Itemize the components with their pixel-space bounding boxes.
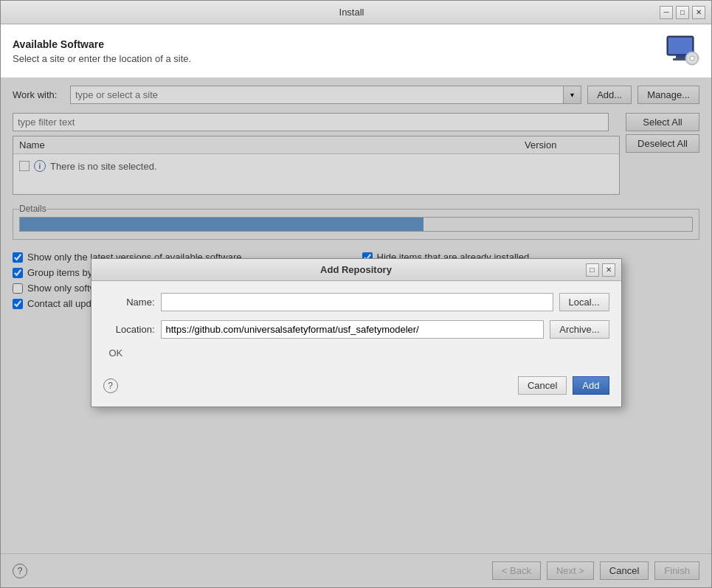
header-subtitle: Select a site or enter the location of a… xyxy=(13,53,191,64)
svg-point-5 xyxy=(690,56,694,60)
dialog-maximize-button[interactable]: □ xyxy=(586,263,599,277)
dialog-body: Name: Local... Location: Archive... OK xyxy=(91,281,621,370)
header-text: Available Software Select a site or ente… xyxy=(13,38,191,64)
dialog-cancel-button[interactable]: Cancel xyxy=(518,376,567,395)
local-button[interactable]: Local... xyxy=(559,293,609,311)
dialog-title: Add Repository xyxy=(127,264,586,275)
archive-button[interactable]: Archive... xyxy=(550,320,609,339)
window-body: Work with: ▾ Add... Manage... Name xyxy=(1,78,711,587)
dialog-action-buttons: Cancel Add xyxy=(518,376,609,395)
name-label: Name: xyxy=(103,297,155,308)
maximize-button[interactable]: □ xyxy=(676,6,689,19)
svg-rect-1 xyxy=(668,38,692,54)
title-controls: ─ □ ✕ xyxy=(660,6,705,19)
dialog-add-button[interactable]: Add xyxy=(573,376,609,395)
close-button[interactable]: ✕ xyxy=(692,6,705,19)
window-title: Install xyxy=(44,7,660,18)
header-section: Available Software Select a site or ente… xyxy=(1,24,711,78)
location-label: Location: xyxy=(103,324,155,335)
add-repo-dialog: Add Repository □ ✕ Name: Local... xyxy=(91,258,622,407)
install-window: Install ─ □ ✕ Available Software Select … xyxy=(0,0,712,588)
modal-overlay: Add Repository □ ✕ Name: Local... xyxy=(1,78,711,587)
title-bar: Install ─ □ ✕ xyxy=(1,1,711,24)
dialog-help-icon[interactable]: ? xyxy=(103,378,118,393)
header-icon xyxy=(664,33,699,69)
header-title: Available Software xyxy=(13,38,191,50)
dialog-name-row: Name: Local... xyxy=(103,293,609,311)
minimize-button[interactable]: ─ xyxy=(660,6,673,19)
ok-text-row: OK xyxy=(103,347,609,359)
ok-text: OK xyxy=(109,347,123,359)
dialog-bottom: ? Cancel Add xyxy=(91,370,621,407)
dialog-controls: □ ✕ xyxy=(586,263,615,277)
dialog-title-bar: Add Repository □ ✕ xyxy=(91,259,621,281)
location-input[interactable] xyxy=(161,320,545,339)
name-input[interactable] xyxy=(161,293,553,311)
dialog-close-button[interactable]: ✕ xyxy=(602,263,615,277)
dialog-location-row: Location: Archive... xyxy=(103,320,609,339)
